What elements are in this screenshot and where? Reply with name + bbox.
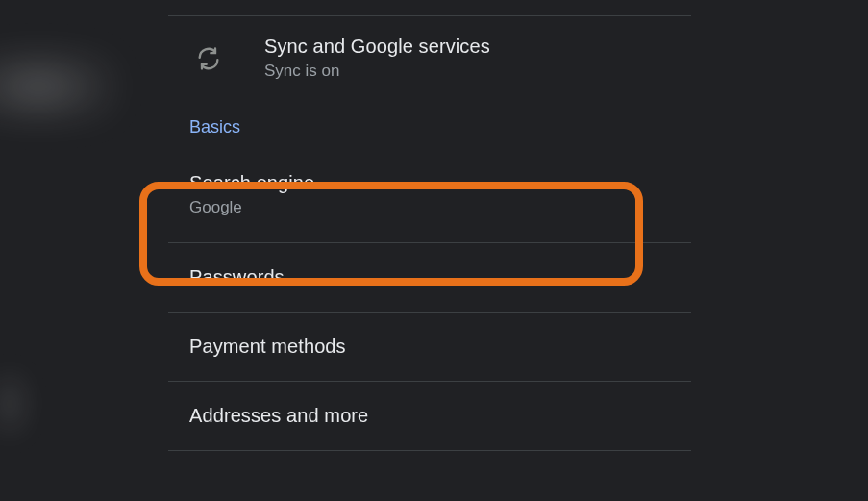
row-subtitle: Sync is on — [264, 62, 490, 81]
row-addresses[interactable]: Addresses and more — [168, 382, 691, 450]
row-sync-services[interactable]: Sync and Google services Sync is on — [168, 16, 691, 100]
row-title: Sync and Google services — [264, 36, 490, 58]
row-search-engine[interactable]: Search engine Google — [168, 147, 691, 242]
row-title: Search engine — [189, 172, 314, 194]
section-header-basics: Basics — [168, 100, 691, 147]
row-passwords[interactable]: Passwords — [168, 243, 691, 312]
row-subtitle: Google — [189, 198, 314, 217]
sync-icon — [189, 45, 228, 72]
row-title: Addresses and more — [189, 405, 368, 427]
row-payment-methods[interactable]: Payment methods — [168, 313, 691, 381]
row-title: Passwords — [189, 266, 285, 288]
blur-artifact — [0, 365, 29, 442]
blur-artifact — [0, 53, 115, 120]
divider — [168, 450, 691, 451]
row-title: Payment methods — [189, 336, 346, 358]
settings-list: Sync and Google services Sync is on Basi… — [168, 0, 691, 451]
